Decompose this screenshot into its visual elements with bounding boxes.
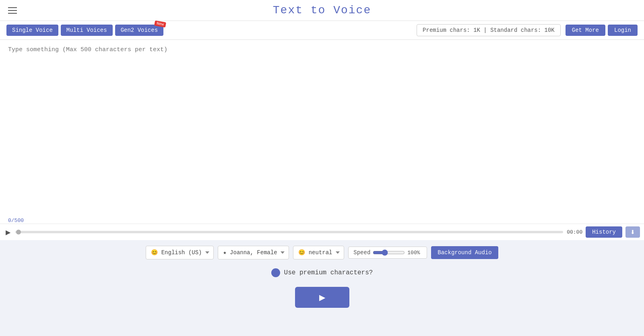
char-counter-row: 0/500 xyxy=(0,216,644,224)
page-title: Text to Voice xyxy=(273,4,371,17)
premium-toggle[interactable] xyxy=(271,268,280,277)
bottom-area: 😊 English (US) ★ Joanna, Female 😊 neutra… xyxy=(0,240,644,320)
generate-button[interactable]: ▶ xyxy=(295,287,349,308)
premium-label: Use premium characters? xyxy=(284,269,373,276)
progress-thumb xyxy=(16,230,21,234)
history-button[interactable]: History xyxy=(586,226,622,238)
time-display: 00:00 xyxy=(566,229,582,235)
tab-single-voice[interactable]: Single Voice xyxy=(6,25,58,36)
text-input[interactable] xyxy=(8,46,636,207)
premium-row: Use premium characters? xyxy=(0,265,644,280)
progress-bar[interactable] xyxy=(15,231,563,233)
controls-row: 😊 English (US) ★ Joanna, Female 😊 neutra… xyxy=(0,240,644,265)
char-count: 0/500 xyxy=(8,218,24,224)
emotion-select[interactable]: 😊 neutral xyxy=(293,246,344,259)
language-select[interactable]: 😊 English (US) xyxy=(146,246,214,259)
tab-multi-voices[interactable]: Multi Voices xyxy=(61,25,113,36)
main-content: 0/500 ▶ 00:00 History ⬇ xyxy=(0,40,644,240)
download-button[interactable]: ⬇ xyxy=(625,226,640,238)
voice-select[interactable]: ★ Joanna, Female xyxy=(218,246,289,259)
speed-label: Speed xyxy=(353,249,370,256)
menu-icon[interactable] xyxy=(8,7,17,14)
new-badge: New xyxy=(154,21,166,28)
speed-control: Speed 100% xyxy=(348,247,427,259)
generate-row: ▶ xyxy=(0,280,644,320)
get-more-button[interactable]: Get More xyxy=(566,25,605,36)
generate-icon: ▶ xyxy=(319,293,325,302)
speed-pct: 100% xyxy=(407,250,422,256)
header: Text to Voice xyxy=(0,0,644,21)
text-area-wrapper xyxy=(0,40,644,216)
toolbar: Single Voice Multi Voices Gen2 Voices Ne… xyxy=(0,21,644,40)
chars-info: Premium chars: 1K | Standard chars: 10K xyxy=(417,24,561,36)
audio-player-row: ▶ 00:00 History ⬇ xyxy=(0,224,644,240)
tab-gen2-voices[interactable]: Gen2 Voices New xyxy=(115,25,163,36)
speed-slider[interactable] xyxy=(373,249,405,256)
background-audio-button[interactable]: Background Audio xyxy=(431,246,498,259)
play-button[interactable]: ▶ xyxy=(4,228,12,236)
login-button[interactable]: Login xyxy=(608,25,638,36)
